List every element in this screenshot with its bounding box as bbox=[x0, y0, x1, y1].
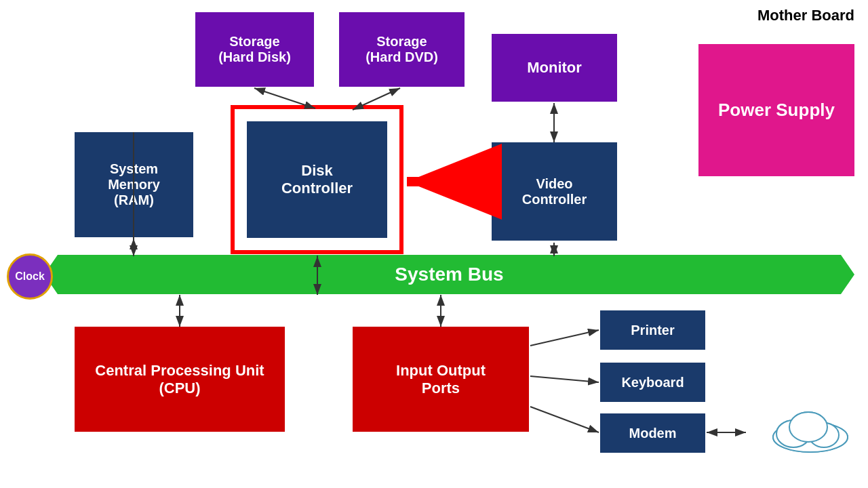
svg-point-7 bbox=[789, 412, 827, 442]
video-controller-box: VideoController bbox=[492, 142, 617, 241]
io-ports-box: Input OutputPorts bbox=[353, 327, 529, 432]
modem-box: Modem bbox=[600, 413, 705, 453]
cpu-box: Central Processing Unit(CPU) bbox=[75, 327, 285, 432]
power-supply-box: Power Supply bbox=[698, 44, 854, 176]
motherboard-label: Mother Board bbox=[757, 7, 854, 24]
storage-hd-box: Storage(Hard Disk) bbox=[195, 12, 314, 87]
clock-circle: Clock bbox=[7, 253, 53, 300]
diagram-container: Mother Board Power Supply Storage(Hard D… bbox=[0, 0, 868, 488]
system-bus: System Bus bbox=[44, 255, 854, 294]
system-memory-box: SystemMemory(RAM) bbox=[75, 132, 193, 237]
svg-line-23 bbox=[530, 407, 599, 432]
monitor-box: Monitor bbox=[492, 34, 617, 102]
disk-controller-box: DiskController bbox=[247, 121, 387, 238]
storage-dvd-box: Storage(Hard DVD) bbox=[339, 12, 465, 87]
keyboard-box: Keyboard bbox=[600, 363, 705, 402]
disk-controller-wrapper: DiskController bbox=[231, 105, 403, 254]
internet-cloud-icon bbox=[766, 407, 854, 458]
svg-line-21 bbox=[530, 330, 599, 346]
svg-line-22 bbox=[530, 376, 599, 382]
printer-box: Printer bbox=[600, 310, 705, 350]
